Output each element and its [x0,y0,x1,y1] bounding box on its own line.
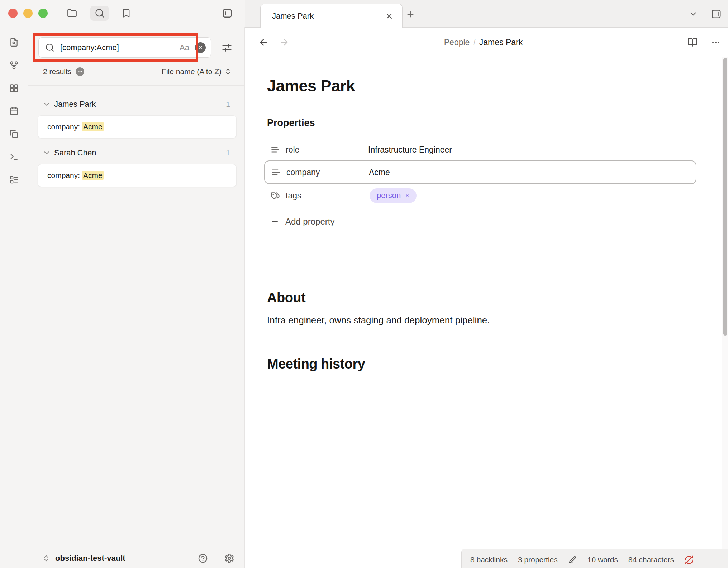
chevron-down-icon [43,100,51,108]
chevrons-up-down-icon [42,554,50,562]
result-group-sarah-chen[interactable]: Sarah Chen 1 [28,145,244,161]
search-icon [45,43,54,52]
remove-tag-icon[interactable] [404,193,410,198]
result-match-count: 1 [226,100,230,109]
results-count: 2 results [43,67,71,76]
property-value[interactable]: Acme [369,168,390,177]
property-row-tags[interactable]: tags person [264,184,696,207]
main-pane: James Park [245,0,728,568]
search-settings-icon[interactable] [222,42,232,53]
reading-mode-icon[interactable] [687,37,698,47]
obsidian-window: [company:Acme] Aa 2 results File name (A… [0,0,728,568]
collapse-right-sidebar-button[interactable] [711,9,722,19]
vault-switcher[interactable]: obsidian-test-vault [28,548,244,568]
result-group-james-park[interactable]: James Park 1 [28,96,244,112]
search-view-button[interactable] [90,6,109,21]
edit-mode-pencil-icon[interactable] [568,555,577,564]
note-title: James Park [267,77,355,95]
add-property-label: Add property [285,217,334,227]
files-view-button[interactable] [63,6,81,21]
vault-name: obsidian-test-vault [55,554,125,563]
properties-heading: Properties [267,117,315,129]
help-icon[interactable] [198,553,208,563]
panel-left-icon [222,8,233,19]
section-heading-about: About [267,290,305,305]
copy-note-icon[interactable] [9,129,19,139]
collapse-left-sidebar-button[interactable] [218,6,237,21]
result-file-name: Sarah Chen [54,148,96,158]
graph-view-icon[interactable] [9,61,19,70]
search-input[interactable]: [company:Acme] Aa [38,37,211,58]
divider [28,85,244,86]
breadcrumb: People / James Park [245,28,722,57]
chevrons-up-down-icon [224,68,232,75]
match-highlight: Acme [82,122,104,131]
sort-order-label: File name (A to Z) [162,67,222,76]
folder-icon [67,8,77,18]
sync-error-icon[interactable] [684,555,694,565]
bookmark-icon [121,8,131,18]
property-row-role[interactable]: role Infrastructure Engineer [264,138,696,162]
note-header: People / James Park [245,28,722,57]
more-options-icon[interactable] [712,38,720,47]
zoom-window-button[interactable] [38,9,48,18]
chevron-down-icon [43,149,51,157]
search-file-icon[interactable] [9,38,19,47]
scrollbar-thumb[interactable] [723,58,727,336]
match-case-toggle[interactable]: Aa [180,43,189,52]
match-prefix: company: [47,171,82,179]
tab-title: James Park [272,11,385,21]
tag-label: person [377,191,401,200]
character-count: 84 characters [628,555,674,564]
property-value[interactable]: Infrastructure Engineer [368,145,452,155]
word-count: 10 words [587,555,618,564]
property-row-company-focused[interactable]: company Acme [264,160,696,184]
list-details-icon[interactable] [9,175,19,184]
text-property-icon [271,168,281,177]
calendar-icon[interactable] [9,106,19,116]
search-query-text: [company:Acme] [60,43,174,52]
status-bar: 8 backlinks 3 properties 10 words 84 cha… [461,549,728,568]
dashboard-icon[interactable] [9,83,19,93]
property-name[interactable]: tags [286,191,368,201]
terminal-icon[interactable] [9,152,19,162]
ribbon [0,27,28,568]
search-match[interactable]: company: Acme [38,164,237,187]
breadcrumb-separator: / [473,38,475,47]
tab-james-park[interactable]: James Park [260,4,403,28]
match-highlight: Acme [82,171,104,180]
match-prefix: company: [47,122,82,131]
results-more-icon[interactable] [76,67,84,76]
bookmarks-view-button[interactable] [117,6,135,21]
breadcrumb-parent[interactable]: People [444,38,470,47]
new-tab-icon[interactable] [406,10,415,19]
note-content: James Park Properties role Infrastructur… [245,57,722,568]
close-tab-icon[interactable] [385,12,394,20]
breadcrumb-current[interactable]: James Park [479,38,523,47]
add-property-button[interactable]: Add property [271,210,334,234]
tags-icon [271,191,280,200]
tab-bar: James Park [245,0,728,28]
section-heading-meeting-history: Meeting history [267,356,365,372]
result-match-count: 1 [226,149,230,157]
backlinks-count[interactable]: 8 backlinks [470,555,508,564]
property-name[interactable]: company [286,168,369,177]
sort-order-button[interactable]: File name (A to Z) [162,67,232,76]
properties-count[interactable]: 3 properties [518,555,558,564]
close-window-button[interactable] [8,9,18,18]
settings-gear-icon[interactable] [224,553,234,563]
scrollbar-track[interactable] [722,57,728,568]
minimize-window-button[interactable] [23,9,33,18]
tab-list-chevron-icon[interactable] [689,9,698,19]
search-match[interactable]: company: Acme [38,115,237,138]
text-property-icon [271,145,280,154]
search-pane: [company:Acme] Aa 2 results File name (A… [28,27,245,568]
clear-search-button[interactable] [195,42,206,53]
tag-pill-person[interactable]: person [370,188,417,203]
search-results-summary: 2 results File name (A to Z) [28,64,244,80]
plus-icon [271,217,279,226]
search-icon [95,8,105,18]
result-file-name: James Park [54,100,96,109]
property-name[interactable]: role [286,145,368,155]
about-paragraph: Infra engineer, owns staging and deploym… [267,313,490,327]
